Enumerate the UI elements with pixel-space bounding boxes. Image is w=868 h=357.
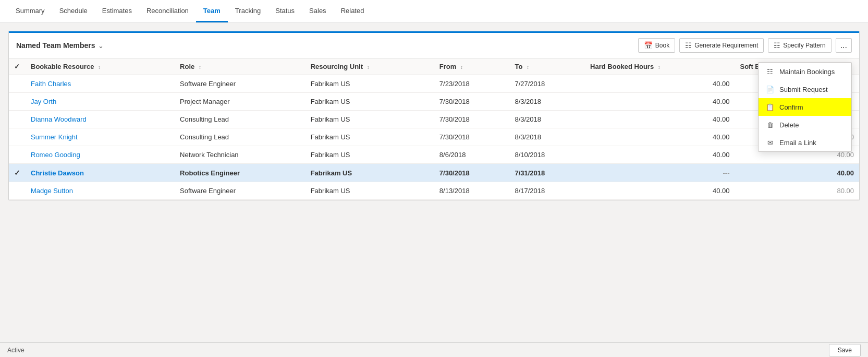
- row-checkbox[interactable]: [9, 75, 26, 93]
- cell-to: 8/10/2018: [509, 146, 585, 164]
- cell-role: Software Engineer: [175, 182, 305, 200]
- cell-role: Network Technician: [175, 146, 305, 164]
- table-row[interactable]: Jay OrthProject ManagerFabrikam US7/30/2…: [9, 93, 859, 111]
- sort-icon-unit: ↕: [367, 64, 370, 70]
- table-row[interactable]: ✓Christie DawsonRobotics EngineerFabrika…: [9, 164, 859, 182]
- cell-from: 7/30/2018: [434, 93, 510, 111]
- nav-team[interactable]: Team: [196, 1, 228, 22]
- resource-link[interactable]: Madge Sutton: [31, 187, 73, 195]
- context-dropdown-menu: ☷Maintain Bookings📄Submit Request📋Confir…: [758, 62, 852, 152]
- cell-to: 7/31/2018: [509, 164, 585, 182]
- row-checkbox[interactable]: [9, 111, 26, 128]
- dropdown-item-confirm[interactable]: 📋Confirm: [759, 98, 851, 116]
- resource-link[interactable]: Faith Charles: [31, 80, 71, 88]
- main-content: Named Team Members ⌄ 📅 Book ☷ Generate R…: [0, 23, 868, 342]
- card-header-left: Named Team Members ⌄: [16, 41, 104, 50]
- cell-resource: Dianna Woodward: [26, 111, 175, 128]
- resource-link[interactable]: Dianna Woodward: [31, 115, 87, 123]
- dropdown-item-label: Confirm: [779, 103, 803, 111]
- cell-hard-hours: 40.00: [585, 128, 735, 146]
- sort-icon-from: ↕: [460, 64, 463, 70]
- table-row[interactable]: Madge SuttonSoftware EngineerFabrikam US…: [9, 182, 859, 200]
- cell-unit: Fabrikam US: [305, 111, 434, 128]
- chevron-down-icon[interactable]: ⌄: [98, 42, 104, 50]
- cell-role: Robotics Engineer: [175, 164, 305, 182]
- nav-related[interactable]: Related: [334, 1, 372, 22]
- row-checkbox[interactable]: ✓: [9, 164, 26, 182]
- dropdown-item-submit-request[interactable]: 📄Submit Request: [759, 80, 851, 98]
- cell-hard-hours: 40.00: [585, 146, 735, 164]
- card-header: Named Team Members ⌄ 📅 Book ☷ Generate R…: [9, 33, 859, 58]
- pattern-icon: ☷: [774, 41, 780, 50]
- cell-resource: Romeo Gooding: [26, 146, 175, 164]
- col-from[interactable]: From ↕: [434, 58, 510, 75]
- card-title: Named Team Members: [16, 41, 95, 50]
- generate-requirement-button[interactable]: ☷ Generate Requirement: [679, 38, 764, 53]
- col-bookable-resource[interactable]: Bookable Resource ↕: [26, 58, 175, 75]
- nav-estimates[interactable]: Estimates: [95, 1, 139, 22]
- cell-unit: Fabrikam US: [305, 164, 434, 182]
- table-row[interactable]: Summer KnightConsulting LeadFabrikam US7…: [9, 128, 859, 146]
- dropdown-item-label: Delete: [779, 121, 799, 129]
- cell-resource: Christie Dawson: [26, 164, 175, 182]
- email-icon: ✉: [766, 138, 774, 147]
- card-header-right: 📅 Book ☷ Generate Requirement ☷ Specify …: [638, 38, 852, 53]
- cell-unit: Fabrikam US: [305, 182, 434, 200]
- nav-summary[interactable]: Summary: [8, 1, 52, 22]
- select-all-checkbox[interactable]: ✓: [9, 58, 26, 75]
- sort-icon-to: ↕: [527, 64, 529, 70]
- cell-role: Consulting Lead: [175, 111, 305, 128]
- book-button[interactable]: 📅 Book: [638, 38, 675, 53]
- cell-unit: Fabrikam US: [305, 93, 434, 111]
- calendar-icon: 📅: [644, 41, 653, 50]
- dropdown-item-email-a-link[interactable]: ✉Email a Link: [759, 134, 851, 151]
- col-role[interactable]: Role ↕: [175, 58, 305, 75]
- resource-link[interactable]: Christie Dawson: [31, 169, 84, 177]
- resource-link[interactable]: Jay Orth: [31, 98, 56, 105]
- doc-icon: 📄: [766, 85, 774, 93]
- col-to[interactable]: To ↕: [509, 58, 585, 75]
- table-row[interactable]: Dianna WoodwardConsulting LeadFabrikam U…: [9, 111, 859, 128]
- checkmark-icon: ✓: [14, 169, 20, 177]
- row-checkbox[interactable]: [9, 146, 26, 164]
- nav-schedule[interactable]: Schedule: [52, 1, 95, 22]
- cell-role: Software Engineer: [175, 75, 305, 93]
- resource-link[interactable]: Summer Knight: [31, 133, 78, 141]
- cell-from: 7/30/2018: [434, 164, 510, 182]
- specify-pattern-button[interactable]: ☷ Specify Pattern: [768, 38, 831, 53]
- team-table: ✓ Bookable Resource ↕ Role ↕ Resourcing …: [9, 58, 859, 200]
- row-checkbox[interactable]: [9, 93, 26, 111]
- more-options-button[interactable]: ...: [836, 38, 852, 53]
- dropdown-item-label: Submit Request: [779, 86, 828, 93]
- row-checkbox[interactable]: [9, 128, 26, 146]
- cell-hard-hours: ---: [585, 164, 735, 182]
- trash-icon: 🗑: [766, 121, 774, 129]
- cell-from: 7/23/2018: [434, 75, 510, 93]
- cell-unit: Fabrikam US: [305, 75, 434, 93]
- dropdown-item-maintain-bookings[interactable]: ☷Maintain Bookings: [759, 63, 851, 80]
- nav-status[interactable]: Status: [268, 1, 302, 22]
- table-header-row: ✓ Bookable Resource ↕ Role ↕ Resourcing …: [9, 58, 859, 75]
- cell-resource: Faith Charles: [26, 75, 175, 93]
- nav-tracking[interactable]: Tracking: [228, 1, 268, 22]
- cell-to: 8/3/2018: [509, 111, 585, 128]
- table-row[interactable]: Faith CharlesSoftware EngineerFabrikam U…: [9, 75, 859, 93]
- col-resourcing-unit[interactable]: Resourcing Unit ↕: [305, 58, 434, 75]
- cell-resource: Summer Knight: [26, 128, 175, 146]
- col-hard-booked-hours[interactable]: Hard Booked Hours ↕: [585, 58, 735, 75]
- dropdown-item-delete[interactable]: 🗑Delete: [759, 116, 851, 134]
- cell-to: 8/3/2018: [509, 128, 585, 146]
- row-checkbox[interactable]: [9, 182, 26, 200]
- cell-soft-hours: 80.00: [735, 182, 859, 200]
- cell-role: Project Manager: [175, 93, 305, 111]
- nav-sales[interactable]: Sales: [302, 1, 334, 22]
- nav-reconciliation[interactable]: Reconciliation: [139, 1, 196, 22]
- table-container: ✓ Bookable Resource ↕ Role ↕ Resourcing …: [9, 58, 859, 200]
- cell-resource: Madge Sutton: [26, 182, 175, 200]
- table-row[interactable]: Romeo GoodingNetwork TechnicianFabrikam …: [9, 146, 859, 164]
- checkbox-icon: ✓: [14, 63, 20, 70]
- resource-link[interactable]: Romeo Gooding: [31, 151, 80, 159]
- cell-resource: Jay Orth: [26, 93, 175, 111]
- cell-to: 7/27/2018: [509, 75, 585, 93]
- sort-icon-resource: ↕: [98, 64, 101, 70]
